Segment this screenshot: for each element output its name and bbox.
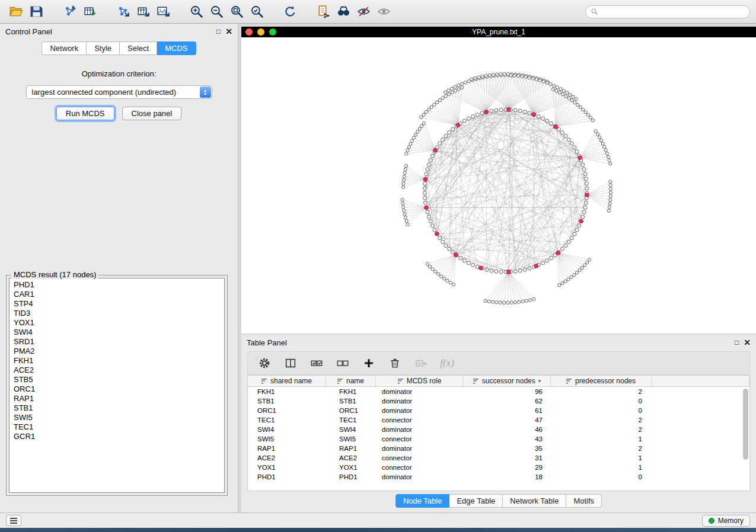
cell-successor-nodes: 43 — [464, 435, 551, 443]
mcds-result-item[interactable]: YOX1 — [14, 318, 224, 328]
control-panel-title: Control Panel — [5, 27, 52, 36]
mcds-result-item[interactable]: CAR1 — [14, 290, 224, 299]
table-settings-button[interactable] — [257, 356, 272, 370]
save-icon — [29, 4, 44, 19]
table-row[interactable]: PHD1PHD1dominator180 — [248, 472, 749, 482]
column-header-successor-nodes[interactable]: successor nodes ▾ — [464, 376, 551, 386]
table-row[interactable]: TEC1TEC1connector472 — [248, 415, 749, 425]
network-canvas[interactable] — [241, 37, 756, 334]
cell-successor-nodes: 96 — [464, 388, 551, 395]
column-header-name[interactable]: name — [326, 376, 376, 386]
table-row[interactable]: SWI4SWI4dominator462 — [248, 425, 749, 434]
tab-node-table[interactable]: Node Table — [395, 494, 450, 508]
zoom-in-button[interactable] — [186, 2, 206, 21]
mcds-result-item[interactable]: STP4 — [14, 299, 224, 309]
mcds-result-list[interactable]: PHD1CAR1STP4TID3YOX1SWI4SRD1PMA2FKH1ACE2… — [9, 278, 225, 493]
table-panel: Table Panel □ ✕ — [241, 335, 756, 512]
table-header-row: shared name name MCDS role successor nod… — [248, 376, 749, 387]
mcds-result-item[interactable]: ACE2 — [14, 366, 224, 375]
cell-predecessor-nodes: 0 — [551, 398, 652, 405]
mcds-result-item[interactable]: FKH1 — [14, 356, 224, 366]
import-table-button[interactable] — [79, 2, 100, 21]
mcds-result-title: MCDS result (17 nodes) — [11, 270, 98, 279]
table-row[interactable]: FKH1FKH1dominator962 — [248, 387, 749, 396]
zoom-out-button[interactable] — [206, 2, 227, 21]
mcds-result-item[interactable]: STB5 — [14, 375, 224, 384]
maximize-window-icon[interactable] — [269, 28, 276, 36]
table-row[interactable]: STB1STB1dominator620 — [248, 396, 749, 406]
mcds-result-item[interactable]: RAP1 — [14, 394, 224, 403]
open-file-button[interactable] — [6, 2, 26, 21]
optimization-criterion-dropdown[interactable]: largest connected component (undirected)… — [26, 85, 212, 99]
close-panel-icon[interactable]: ✕ — [225, 27, 232, 36]
close-window-icon[interactable] — [245, 28, 253, 36]
column-header-predecessor-nodes[interactable]: predecessor nodes — [551, 376, 652, 386]
cell-name: ACE2 — [326, 454, 376, 462]
table-row[interactable]: ORC1ORC1dominator610 — [248, 406, 749, 415]
mcds-result-item[interactable]: GCR1 — [14, 432, 224, 441]
hide-details-button[interactable] — [353, 2, 374, 21]
tab-network[interactable]: Network — [42, 41, 87, 55]
minimize-window-icon[interactable] — [257, 28, 264, 36]
tab-style[interactable]: Style — [87, 41, 120, 55]
import-network-button[interactable] — [59, 2, 79, 21]
delete-column-button[interactable] — [388, 356, 402, 370]
create-column-button[interactable] — [362, 356, 376, 370]
table-row[interactable]: RAP1RAP1dominator352 — [248, 444, 749, 453]
cell-shared-name: FKH1 — [248, 388, 326, 395]
table-row[interactable]: SWI5SWI5connector431 — [248, 434, 749, 444]
tab-select[interactable]: Select — [120, 41, 157, 55]
float-panel-icon[interactable]: □ — [216, 28, 221, 35]
table-panel-title: Table Panel — [247, 338, 287, 347]
cell-predecessor-nodes: 1 — [551, 454, 652, 462]
export-table-button[interactable] — [133, 2, 153, 21]
float-table-panel-icon[interactable]: □ — [735, 339, 739, 346]
close-table-panel-icon[interactable]: ✕ — [744, 338, 751, 347]
mcds-result-item[interactable]: STB1 — [14, 403, 224, 413]
table-row[interactable]: ACE2ACE2connector311 — [248, 453, 749, 463]
cell-shared-name: ACE2 — [248, 454, 326, 462]
tab-edge-table[interactable]: Edge Table — [449, 494, 503, 508]
search-field[interactable] — [585, 5, 750, 18]
window-traffic-lights — [245, 28, 276, 36]
zoom-selected-button[interactable] — [247, 2, 267, 21]
mcds-result-item[interactable]: PMA2 — [14, 347, 224, 356]
import-table-icon — [82, 4, 97, 19]
zoom-fit-button[interactable] — [227, 2, 247, 21]
tab-motifs[interactable]: Motifs — [566, 494, 602, 508]
network-window-titlebar[interactable]: YPA_prune.txt_1 — [241, 27, 756, 37]
search-network-button[interactable] — [333, 2, 353, 21]
mcds-result-item[interactable]: ORC1 — [14, 384, 224, 394]
show-panels-button[interactable] — [6, 515, 21, 526]
show-columns-button[interactable] — [283, 356, 298, 370]
cell-name: RAP1 — [326, 445, 376, 452]
mcds-result-item[interactable]: SWI5 — [14, 413, 224, 422]
clone-network-button[interactable] — [313, 2, 333, 21]
show-details-button[interactable] — [374, 2, 394, 21]
run-mcds-button[interactable]: Run MCDS — [56, 107, 114, 120]
memory-status-icon — [709, 518, 714, 524]
export-image-button[interactable] — [153, 2, 173, 21]
select-all-button[interactable] — [310, 356, 324, 370]
save-session-button[interactable] — [26, 2, 46, 21]
node-table: shared name name MCDS role successor nod… — [247, 375, 750, 491]
mcds-result-item[interactable]: PHD1 — [14, 280, 224, 290]
tab-mcds[interactable]: MCDS — [157, 41, 196, 55]
table-erase-icon — [414, 357, 428, 370]
refresh-button[interactable] — [280, 2, 300, 21]
mcds-result-item[interactable]: TID3 — [14, 309, 224, 318]
memory-button[interactable]: Memory — [702, 515, 750, 527]
tab-network-table[interactable]: Network Table — [503, 494, 566, 508]
deselect-all-button[interactable] — [336, 356, 350, 370]
search-input[interactable] — [601, 8, 745, 16]
table-row[interactable]: YOX1YOX1connector291 — [248, 463, 749, 472]
column-header-shared-name[interactable]: shared name — [248, 376, 326, 386]
mcds-result-item[interactable]: SRD1 — [14, 337, 224, 347]
column-header-mcds-role[interactable]: MCDS role — [376, 376, 464, 386]
table-scrollbar[interactable] — [743, 389, 748, 460]
export-network-button[interactable] — [113, 2, 133, 21]
mcds-result-groupbox: MCDS result (17 nodes) PHD1CAR1STP4TID3Y… — [6, 275, 228, 496]
close-panel-button[interactable]: Close panel — [122, 107, 182, 120]
mcds-result-item[interactable]: SWI4 — [14, 328, 224, 337]
mcds-result-item[interactable]: TEC1 — [14, 422, 224, 432]
